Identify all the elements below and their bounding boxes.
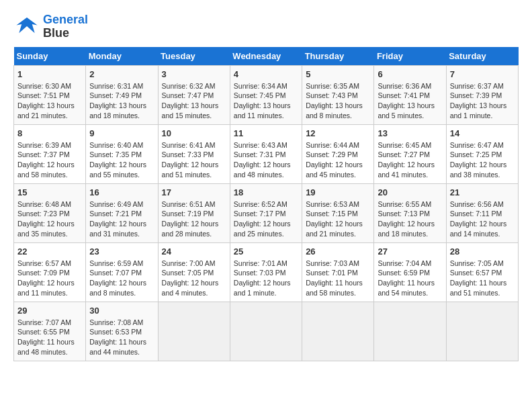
sunset: Sunset: 7:31 PM [234, 150, 298, 160]
sunrise: Sunrise: 6:57 AM [17, 259, 82, 269]
sunrise: Sunrise: 6:45 AM [378, 140, 442, 150]
logo: General Blue [13, 13, 88, 40]
sunset: Sunset: 7:07 PM [89, 268, 154, 278]
daylight: Daylight: 12 hours and 14 minutes. [450, 219, 515, 238]
sunset: Sunset: 7:21 PM [89, 209, 154, 219]
calendar-cell: 10Sunrise: 6:41 AMSunset: 7:33 PMDayligh… [158, 124, 230, 183]
calendar-cell: 27Sunrise: 7:04 AMSunset: 6:59 PMDayligh… [374, 242, 446, 302]
calendar-cell: 16Sunrise: 6:49 AMSunset: 7:21 PMDayligh… [86, 183, 158, 242]
page-header: General Blue [13, 13, 519, 40]
calendar-cell: 28Sunrise: 7:05 AMSunset: 6:57 PMDayligh… [446, 242, 518, 302]
sunset: Sunset: 7:01 PM [306, 268, 370, 278]
daylight: Daylight: 12 hours and 4 minutes. [162, 278, 226, 298]
day-number: 2 [89, 68, 154, 81]
sunset: Sunset: 7:29 PM [306, 150, 370, 160]
calendar-cell [230, 302, 302, 361]
calendar-cell: 12Sunrise: 6:44 AMSunset: 7:29 PMDayligh… [302, 124, 374, 183]
day-number: 28 [450, 246, 515, 258]
sunset: Sunset: 7:25 PM [450, 150, 515, 160]
sunset: Sunset: 7:03 PM [234, 268, 298, 278]
calendar-cell: 7Sunrise: 6:37 AMSunset: 7:39 PMDaylight… [446, 65, 518, 124]
day-number: 23 [89, 246, 154, 258]
daylight: Daylight: 13 hours and 8 minutes. [306, 101, 370, 120]
daylight: Daylight: 12 hours and 8 minutes. [89, 278, 154, 298]
sunset: Sunset: 7:23 PM [17, 209, 82, 219]
day-number: 26 [306, 246, 370, 258]
daylight: Daylight: 13 hours and 21 minutes. [17, 101, 82, 120]
calendar-cell: 23Sunrise: 6:59 AMSunset: 7:07 PMDayligh… [86, 242, 158, 302]
sunrise: Sunrise: 6:44 AM [306, 140, 370, 150]
calendar-cell: 17Sunrise: 6:51 AMSunset: 7:19 PMDayligh… [158, 183, 230, 242]
sunset: Sunset: 7:37 PM [17, 150, 82, 160]
sunrise: Sunrise: 6:35 AM [306, 81, 370, 91]
sunrise: Sunrise: 6:49 AM [89, 199, 154, 210]
daylight: Daylight: 12 hours and 51 minutes. [162, 160, 226, 179]
calendar-cell: 6Sunrise: 6:36 AMSunset: 7:41 PMDaylight… [374, 65, 446, 124]
day-number: 9 [89, 128, 154, 140]
day-number: 16 [89, 187, 154, 199]
sunrise: Sunrise: 6:39 AM [17, 140, 82, 150]
day-number: 22 [17, 246, 82, 258]
day-number: 3 [162, 68, 226, 81]
day-header: Monday [86, 47, 158, 66]
daylight: Daylight: 12 hours and 28 minutes. [162, 219, 226, 238]
day-number: 1 [17, 68, 82, 81]
sunrise: Sunrise: 6:32 AM [162, 81, 226, 91]
daylight: Daylight: 12 hours and 11 minutes. [17, 278, 82, 298]
calendar-cell: 5Sunrise: 6:35 AMSunset: 7:43 PMDaylight… [302, 65, 374, 124]
day-header: Tuesday [158, 47, 230, 66]
sunset: Sunset: 7:33 PM [162, 150, 226, 160]
daylight: Daylight: 13 hours and 1 minute. [450, 101, 515, 120]
day-number: 8 [17, 128, 82, 140]
daylight: Daylight: 11 hours and 44 minutes. [89, 337, 154, 357]
sunset: Sunset: 7:49 PM [89, 91, 154, 101]
daylight: Daylight: 11 hours and 48 minutes. [17, 337, 82, 357]
sunrise: Sunrise: 7:05 AM [450, 259, 515, 269]
calendar-cell: 1Sunrise: 6:30 AMSunset: 7:51 PMDaylight… [14, 65, 86, 124]
day-header: Saturday [446, 47, 518, 66]
calendar-table: SundayMondayTuesdayWednesdayThursdayFrid… [13, 47, 519, 361]
sunset: Sunset: 7:19 PM [162, 209, 226, 219]
sunrise: Sunrise: 6:53 AM [306, 199, 370, 210]
calendar-cell [374, 302, 446, 361]
daylight: Daylight: 13 hours and 11 minutes. [234, 101, 298, 120]
day-header: Thursday [302, 47, 374, 66]
sunrise: Sunrise: 7:01 AM [234, 259, 298, 269]
day-number: 14 [450, 128, 515, 140]
calendar-cell: 25Sunrise: 7:01 AMSunset: 7:03 PMDayligh… [230, 242, 302, 302]
daylight: Daylight: 12 hours and 55 minutes. [89, 160, 154, 179]
day-number: 30 [89, 305, 154, 317]
sunset: Sunset: 6:57 PM [450, 268, 515, 278]
daylight: Daylight: 12 hours and 25 minutes. [234, 219, 298, 238]
sunset: Sunset: 7:13 PM [378, 209, 442, 219]
calendar-cell: 8Sunrise: 6:39 AMSunset: 7:37 PMDaylight… [14, 124, 86, 183]
calendar-cell: 9Sunrise: 6:40 AMSunset: 7:35 PMDaylight… [86, 124, 158, 183]
sunset: Sunset: 7:35 PM [89, 150, 154, 160]
day-number: 18 [234, 187, 298, 199]
calendar-cell: 13Sunrise: 6:45 AMSunset: 7:27 PMDayligh… [374, 124, 446, 183]
calendar-cell: 24Sunrise: 7:00 AMSunset: 7:05 PMDayligh… [158, 242, 230, 302]
calendar-cell: 19Sunrise: 6:53 AMSunset: 7:15 PMDayligh… [302, 183, 374, 242]
calendar-cell: 20Sunrise: 6:55 AMSunset: 7:13 PMDayligh… [374, 183, 446, 242]
sunset: Sunset: 7:41 PM [378, 91, 442, 101]
daylight: Daylight: 12 hours and 35 minutes. [17, 219, 82, 238]
day-number: 10 [162, 128, 226, 140]
day-number: 17 [162, 187, 226, 199]
calendar-cell: 15Sunrise: 6:48 AMSunset: 7:23 PMDayligh… [14, 183, 86, 242]
sunrise: Sunrise: 6:51 AM [162, 199, 226, 210]
calendar-cell: 26Sunrise: 7:03 AMSunset: 7:01 PMDayligh… [302, 242, 374, 302]
sunset: Sunset: 7:39 PM [450, 91, 515, 101]
sunset: Sunset: 7:11 PM [450, 209, 515, 219]
sunrise: Sunrise: 6:47 AM [450, 140, 515, 150]
calendar-cell: 4Sunrise: 6:34 AMSunset: 7:45 PMDaylight… [230, 65, 302, 124]
sunrise: Sunrise: 6:59 AM [89, 259, 154, 269]
daylight: Daylight: 13 hours and 18 minutes. [89, 101, 154, 120]
sunset: Sunset: 7:15 PM [306, 209, 370, 219]
sunrise: Sunrise: 6:52 AM [234, 199, 298, 210]
daylight: Daylight: 13 hours and 15 minutes. [162, 101, 226, 120]
day-number: 19 [306, 187, 370, 199]
sunrise: Sunrise: 6:40 AM [89, 140, 154, 150]
calendar-cell: 14Sunrise: 6:47 AMSunset: 7:25 PMDayligh… [446, 124, 518, 183]
day-number: 13 [378, 128, 442, 140]
sunset: Sunset: 7:45 PM [234, 91, 298, 101]
